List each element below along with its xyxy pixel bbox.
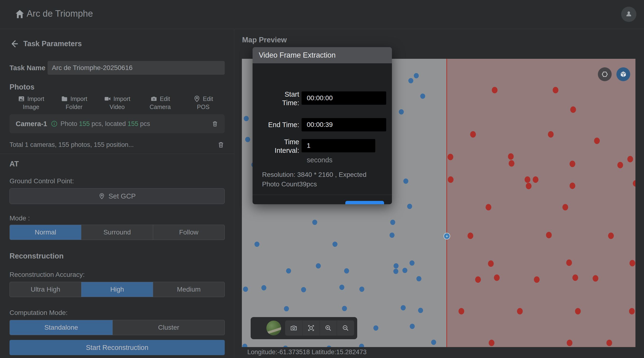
zoom-out-icon xyxy=(342,324,349,332)
red-waypoint-dot xyxy=(468,233,473,239)
mode-option-surround[interactable]: Surround xyxy=(81,225,153,240)
accuracy-option-high[interactable]: High xyxy=(81,282,153,297)
computation-option-cluster[interactable]: Cluster xyxy=(113,320,224,335)
coordinates-readout: Longitude:-61.373518 Latitude:15.282473 xyxy=(247,348,366,356)
page-title: Arc de Triomphe xyxy=(27,9,93,19)
at-section-title: AT xyxy=(10,160,225,168)
blue-waypoint-dot xyxy=(403,179,408,184)
set-gcp-button[interactable]: Set GCP xyxy=(10,188,225,204)
cancel-button[interactable]: Cancel xyxy=(312,201,336,204)
accuracy-option-ultra-high[interactable]: Ultra High xyxy=(10,282,81,297)
edit-pos-button[interactable]: Edit POS xyxy=(182,95,225,111)
accuracy-option-medium[interactable]: Medium xyxy=(153,282,224,297)
red-waypoint-dot xyxy=(570,106,576,113)
red-waypoint-dot xyxy=(546,232,552,238)
blue-waypoint-dot xyxy=(342,306,347,311)
panel-title: Task Parameters xyxy=(23,40,82,48)
frame-icon xyxy=(307,324,315,332)
red-waypoint-dot xyxy=(448,176,454,183)
section-divider xyxy=(0,154,234,154)
view-3d-cube-button[interactable] xyxy=(616,67,630,81)
user-avatar-button[interactable] xyxy=(621,7,636,22)
blue-waypoint-dot xyxy=(399,109,404,115)
computation-mode-label: Computation Mode: xyxy=(10,309,225,316)
blue-waypoint-dot xyxy=(402,268,408,273)
blue-waypoint-dot xyxy=(408,78,413,83)
blue-waypoint-dot xyxy=(359,344,364,347)
map-pin-icon xyxy=(98,193,105,199)
mode-segmented-control: Normal Surround Follow xyxy=(10,225,225,240)
mode-option-follow[interactable]: Follow xyxy=(153,225,224,240)
back-arrow-icon[interactable] xyxy=(10,39,18,48)
red-waypoint-dot xyxy=(575,308,581,314)
mode-label: Mode : xyxy=(10,214,225,222)
blue-waypoint-dot xyxy=(312,220,317,225)
task-name-label: Task Name xyxy=(10,64,48,72)
blue-waypoint-dot xyxy=(286,268,291,273)
layers-hexagon-button[interactable] xyxy=(598,67,612,81)
zoom-in-button[interactable] xyxy=(320,320,337,336)
time-interval-input[interactable]: 1 xyxy=(302,139,375,152)
task-name-input[interactable]: Arc de Triomphe-20250616 xyxy=(48,61,225,75)
person-icon xyxy=(625,10,633,18)
basemap-thumbnail[interactable] xyxy=(266,321,281,335)
edit-camera-button[interactable]: Edit Camera xyxy=(139,95,182,111)
blue-waypoint-dot xyxy=(420,94,425,99)
red-waypoint-dot xyxy=(553,87,558,93)
camera-list-item[interactable]: Camera-1 Photo 155 pcs, located 155 pcs xyxy=(10,114,225,133)
import-video-button[interactable]: Import Video xyxy=(96,95,139,111)
start-time-input[interactable]: 00:00:00 xyxy=(302,91,386,105)
red-waypoint-dot xyxy=(488,260,494,267)
blue-waypoint-dot xyxy=(244,116,249,121)
accuracy-label: Reconstruction Accuracy: xyxy=(10,271,225,278)
red-waypoint-dot xyxy=(526,183,532,189)
blue-waypoint-dot xyxy=(316,263,321,268)
red-waypoint-dot xyxy=(594,138,600,144)
blue-waypoint-dot xyxy=(401,305,406,310)
blue-waypoint-dot xyxy=(261,285,266,290)
end-time-input[interactable]: 00:00:39 xyxy=(302,118,386,131)
resolution-summary: Resolution: 3840 * 2160 , Expected Photo… xyxy=(262,170,385,189)
blue-waypoint-dot xyxy=(284,306,289,311)
red-waypoint-dot xyxy=(448,154,453,160)
blue-waypoint-dot xyxy=(254,242,260,247)
map-preview-title: Map Preview xyxy=(242,36,287,44)
red-waypoint-dot xyxy=(617,162,623,168)
zoom-out-button[interactable] xyxy=(337,320,354,336)
line-midpoint-handle[interactable]: + xyxy=(444,233,450,239)
info-icon xyxy=(51,120,58,127)
red-waypoint-dot xyxy=(606,340,612,346)
home-icon[interactable] xyxy=(14,9,25,20)
map-pin-icon xyxy=(193,95,200,102)
blue-waypoint-dot xyxy=(245,137,250,142)
blue-waypoint-dot xyxy=(407,204,412,209)
red-waypoint-dot xyxy=(548,131,554,138)
located-count: 155 xyxy=(128,120,138,127)
image-icon xyxy=(18,95,25,102)
camera-icon xyxy=(150,95,158,102)
blue-waypoint-dot xyxy=(410,324,415,329)
red-waypoint-dot xyxy=(524,176,530,183)
red-waypoint-dot xyxy=(533,176,538,183)
end-time-label: End Time: xyxy=(252,120,299,129)
confirm-button[interactable]: Confirm xyxy=(345,201,384,204)
blue-waypoint-dot xyxy=(359,287,364,292)
import-folder-button[interactable]: Import Folder xyxy=(52,95,96,111)
snapshot-button[interactable] xyxy=(285,320,302,336)
camera-icon xyxy=(290,324,298,332)
computation-option-standalone[interactable]: Standalone xyxy=(10,320,113,335)
import-image-button[interactable]: Import Image xyxy=(10,95,52,111)
blue-waypoint-dot xyxy=(390,233,394,238)
blue-waypoint-dot xyxy=(242,344,247,347)
trash-icon[interactable] xyxy=(212,120,218,127)
task-parameters-panel: Task Parameters Task Name Arc de Triomph… xyxy=(0,29,234,358)
mode-option-normal[interactable]: Normal xyxy=(10,225,81,240)
blue-waypoint-dot xyxy=(283,346,288,347)
red-waypoint-dot xyxy=(593,275,598,282)
fit-extent-button[interactable] xyxy=(302,320,320,336)
red-waypoint-dot xyxy=(627,156,633,162)
photo-actions-row: Import Image Import Folder Import Video … xyxy=(10,95,225,111)
app-header: Arc de Triomphe xyxy=(0,0,644,29)
start-reconstruction-button[interactable]: Start Reconstruction xyxy=(10,340,225,355)
trash-all-icon[interactable] xyxy=(217,141,225,149)
